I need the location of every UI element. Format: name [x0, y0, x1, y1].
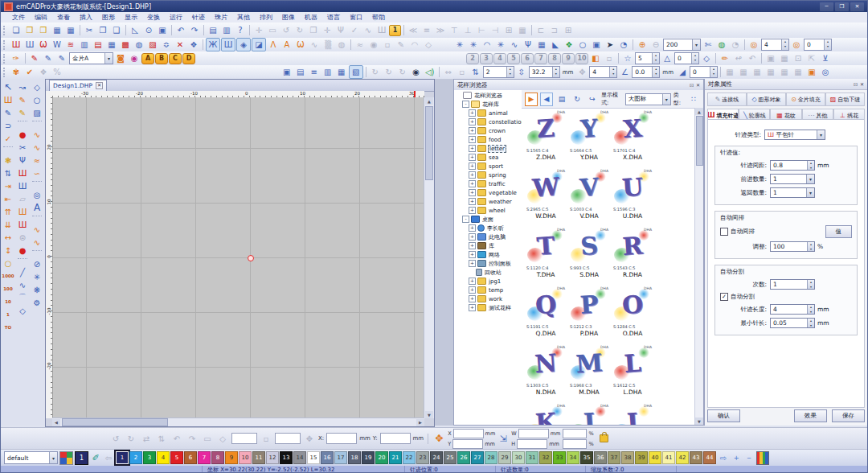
expand-icon[interactable]: + — [469, 136, 476, 143]
color-swatch-10[interactable]: 10 — [239, 451, 252, 464]
pattern-item-K[interactable]: DHAKS:952 C:3K.DHA — [524, 404, 567, 425]
tree-item-测试花样[interactable]: +测试花样 — [454, 303, 522, 312]
color-swatch-26[interactable]: 26 — [457, 451, 470, 464]
pen-line-icon[interactable]: ✎ — [55, 52, 68, 64]
tree-item-网络[interactable]: +网络 — [454, 250, 522, 259]
hatch-line-tool-icon[interactable]: ▨ — [31, 106, 44, 119]
curve-run-1-tool-icon[interactable]: ∿ — [31, 223, 44, 236]
value-button[interactable]: 值 — [825, 225, 853, 238]
density-b-icon[interactable]: ◎ — [790, 39, 803, 51]
tree-item-weather[interactable]: +weather — [454, 197, 522, 206]
current-color-chip[interactable]: 1 — [75, 451, 88, 465]
menu-语言[interactable]: 语言 — [322, 13, 345, 22]
color-swatch-25[interactable]: 25 — [444, 451, 457, 464]
stitch-insert-tool-icon[interactable]: Ш — [16, 179, 30, 192]
pattern-item-O[interactable]: DHAOS:1284 C:5O.DHA — [611, 286, 654, 345]
zoom-world-icon[interactable]: ◍ — [715, 39, 728, 51]
curve-run-2-tool-icon[interactable]: ∿ — [31, 236, 44, 249]
spin-down-icon[interactable]: ▾ — [553, 72, 559, 76]
pattern-item-M[interactable]: DHAMS:1968 C:3M.DHA — [567, 345, 611, 404]
zoom-in-icon[interactable]: ⊕ — [636, 39, 649, 51]
tree-item-temp[interactable]: +temp — [454, 286, 522, 294]
expand-icon[interactable]: + — [469, 171, 476, 179]
tree-item-控制面板[interactable]: +控制面板 — [454, 259, 522, 268]
collapse-icon[interactable]: - — [462, 216, 469, 223]
scroll-down-icon[interactable]: ▼ — [425, 411, 433, 418]
minimize-button[interactable]: ─ — [820, 2, 833, 11]
flower-mark-tool-icon[interactable]: ❃ — [2, 154, 15, 167]
spin-down-icon[interactable]: ▾ — [782, 44, 788, 49]
menu-窗口[interactable]: 窗口 — [345, 13, 367, 22]
grid-fill-icon[interactable]: ▦ — [105, 39, 118, 51]
scroll-right-icon[interactable]: ▶ — [416, 419, 424, 426]
tab-图形对象[interactable]: ◇图形对象 — [747, 93, 786, 106]
scroll-left-icon[interactable]: ◀ — [52, 419, 60, 426]
spin-down-icon[interactable]: ▾ — [507, 72, 514, 76]
eye-view-icon[interactable]: ◉ — [410, 66, 423, 78]
view-bars-icon[interactable]: ▦ — [335, 66, 348, 78]
cross-tool-icon[interactable]: Ж — [206, 38, 220, 51]
restore-button[interactable]: ❐ — [835, 2, 849, 11]
palette-preset-combo[interactable]: default ▾ — [4, 451, 58, 464]
move-last-tool-icon[interactable]: ⇤ — [2, 192, 15, 205]
shape-pentagon-tool-icon[interactable]: ◇ — [31, 80, 44, 93]
circle-tool-icon[interactable]: ◎ — [31, 188, 44, 201]
color-swatch-23[interactable]: 23 — [416, 451, 429, 464]
color-swatch-14[interactable]: 14 — [293, 451, 306, 464]
disabled-tool-icon[interactable]: ⊜ — [16, 231, 30, 244]
pattern-tool-1-icon[interactable]: ✳ — [453, 39, 466, 51]
order-down-tool-icon[interactable]: ⇊ — [2, 218, 15, 231]
color-swatch-35[interactable]: 35 — [580, 451, 593, 464]
spinner-arrows[interactable]: ▴▾ — [652, 67, 659, 77]
open-file-icon[interactable]: ❒ — [23, 24, 36, 36]
cross-fill-icon[interactable]: ▩ — [119, 39, 132, 51]
color-swatch-22[interactable]: 22 — [403, 451, 416, 464]
scroll-down-icon[interactable]: ▼ — [695, 417, 703, 425]
run-single-tool-icon[interactable]: ∿ — [31, 128, 44, 141]
times-spinner[interactable]: 1 ▴▾ — [770, 279, 815, 290]
menu-帮助[interactable]: 帮助 — [367, 13, 390, 22]
pen-blue-icon[interactable]: ✎ — [42, 52, 55, 64]
height-value-spinner[interactable]: 32.2▴▾ — [529, 66, 560, 78]
color-swatch-41[interactable]: 41 — [662, 451, 675, 464]
display-mode-combo[interactable]: 大图标 ▾ — [625, 93, 671, 105]
polygon-outline-tool-icon[interactable]: ◇ — [16, 304, 30, 317]
menu-文件[interactable]: 文件 — [7, 13, 30, 22]
pattern-item-V[interactable]: DHAVS:1003 C:4V.DHA — [567, 169, 611, 228]
pattern-item-L[interactable]: DHALS:1612 C:5L.DHA — [611, 345, 654, 404]
color-swatch-27[interactable]: 27 — [471, 451, 484, 464]
color-swatch-32[interactable]: 32 — [539, 451, 552, 464]
stitch-spacing-spinner[interactable]: 0.8 ▴▾ — [770, 160, 815, 171]
letter-tool-icon[interactable]: Λ — [267, 39, 280, 51]
play-icon[interactable]: ▶ — [525, 93, 538, 106]
color-swatch-34[interactable]: 34 — [567, 451, 579, 464]
color-swatch-43[interactable]: 43 — [690, 451, 702, 464]
expand-icon[interactable]: + — [469, 242, 476, 249]
gradient-fill-icon[interactable]: ◈ — [236, 38, 251, 51]
color-swatch-4[interactable]: 4 — [157, 451, 170, 464]
pattern-tool-2-icon[interactable]: ✳ — [467, 39, 480, 51]
browser-scroll-thumb[interactable] — [696, 116, 703, 166]
design-settings-icon[interactable]: ▤ — [207, 24, 219, 36]
sequence-tool-icon[interactable]: ⇅ — [2, 167, 15, 179]
esc-tool-icon[interactable]: ● — [16, 244, 30, 257]
scroll-up-icon[interactable]: ▲ — [425, 97, 433, 105]
forward-count-combo[interactable]: 1 ▾ — [770, 174, 815, 184]
back-icon[interactable]: ◀ — [540, 93, 553, 106]
expand-icon[interactable]: + — [469, 295, 476, 302]
line-tool-icon[interactable]: ╱ — [16, 265, 30, 278]
density-a-value-spinner[interactable]: 4▴▾ — [761, 39, 789, 51]
spray-tool-icon[interactable]: ✳ — [494, 39, 507, 51]
color-swatch-39[interactable]: 39 — [635, 451, 648, 464]
redo-icon[interactable]: ↷ — [188, 24, 201, 36]
spin-down-icon[interactable]: ▾ — [692, 58, 698, 63]
auto-spacing-checkbox[interactable] — [720, 228, 728, 236]
sequin-d-button[interactable]: D — [182, 53, 195, 64]
canvas-vertical-scrollbar[interactable]: ▲ ▼ — [424, 97, 434, 418]
pen-red-icon[interactable]: ✎ — [28, 52, 41, 64]
color-swatch-16[interactable]: 16 — [321, 451, 334, 464]
expand-icon[interactable]: + — [469, 180, 476, 187]
cross-stitch-icon[interactable]: ✕ — [174, 39, 186, 51]
browser-scrollbar[interactable]: ▲ ▼ — [694, 108, 703, 425]
sequin-type-combo[interactable]: 金片A▾ — [69, 52, 113, 64]
